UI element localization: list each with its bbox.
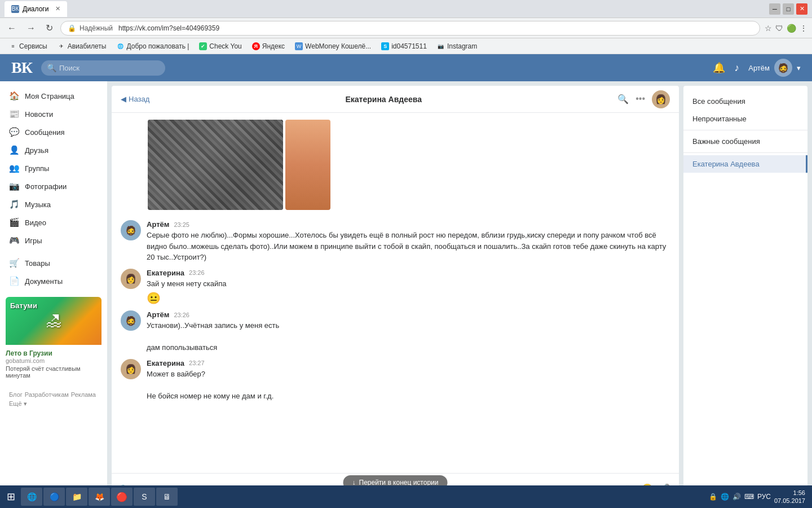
bookmark-favicon: S: [381, 42, 389, 50]
bookmark-favicon: W: [295, 42, 303, 50]
bookmark-yandex[interactable]: Я Яндекс: [248, 41, 289, 51]
sidebar-item-my-page[interactable]: 🏠 Моя Страница: [0, 87, 107, 105]
taskbar-app-chrome[interactable]: 🔴: [111, 488, 133, 506]
chat-area: ◀ Назад Екатерина Авдеева 🔍 ••• 👩: [112, 86, 679, 503]
sidebar-item-photos[interactable]: 📷 Фотографии: [0, 177, 107, 195]
extension-icon: 🟢: [787, 24, 796, 33]
reload-button[interactable]: ↻: [43, 21, 56, 34]
sidebar-item-games[interactable]: 🎮 Игры: [0, 231, 107, 249]
sidebar-item-documents[interactable]: 📄 Документы: [0, 272, 107, 290]
sidebar-ad[interactable]: 🏖 Батуми Лето в Грузии gobatumi.com Поте…: [6, 297, 102, 381]
taskbar-app-edge[interactable]: 🔵: [43, 488, 65, 506]
search-input[interactable]: [41, 60, 165, 76]
sidebar-item-news[interactable]: 📰 Новости: [0, 105, 107, 123]
address-box[interactable]: 🔒 Надёжный https://vk.com/im?sel=4049693…: [60, 21, 760, 36]
maximize-button[interactable]: □: [783, 3, 794, 15]
taskbar-app-skype[interactable]: S: [134, 488, 155, 506]
right-panel-unread[interactable]: Непрочитанные: [683, 110, 807, 128]
close-button[interactable]: ✕: [796, 3, 807, 15]
friends-icon: 👤: [9, 145, 19, 155]
right-panel-ekaterina[interactable]: Екатерина Авдеева: [683, 155, 807, 173]
message-sender: Артём 23:25: [147, 220, 670, 229]
tab-close-button[interactable]: ✕: [55, 5, 60, 12]
bookmark-favicon: ✈: [58, 42, 65, 50]
avatar: 🧔: [774, 59, 792, 77]
sidebar-ad-desc: Потеряй счёт счастливым минутам: [6, 365, 102, 379]
more-options-icon[interactable]: •••: [636, 94, 645, 104]
bookmark-checkyou[interactable]: ✔ Check You: [195, 41, 246, 51]
message-time: 23:26: [189, 269, 205, 276]
menu-dots-icon[interactable]: ⋮: [800, 24, 807, 33]
taskbar-app-explorer[interactable]: 📁: [66, 488, 87, 506]
sidebar-ad-title: Лето в Грузии: [6, 349, 102, 357]
bookmark-webmoney[interactable]: W WebMoney Кошелё...: [290, 41, 376, 51]
tab-title: Диалоги: [23, 5, 48, 13]
taskbar-app-firefox[interactable]: 🦊: [89, 488, 110, 506]
minimize-button[interactable]: ─: [769, 3, 780, 15]
bookmark-welcome[interactable]: 🌐 Добро пожаловать |: [112, 41, 193, 51]
username-label: Артём: [748, 64, 770, 72]
footer-blog-link[interactable]: Блог: [9, 391, 23, 398]
message-row: 🧔 Артём 23:26 Установи)..Учётная запись …: [121, 310, 670, 353]
message-text: Серые фото не люблю)...Формы хорошие...Х…: [147, 230, 670, 263]
search-chat-icon[interactable]: 🔍: [617, 94, 629, 104]
search-icon: 🔍: [47, 63, 56, 72]
taskbar-app-ie[interactable]: 🌐: [21, 488, 42, 506]
right-panel-important[interactable]: Важные сообщения: [683, 133, 807, 150]
url-display: https://vk.com/im?sel=404969359: [118, 24, 753, 32]
vk-header-user[interactable]: Артём 🧔 ▾: [748, 59, 801, 77]
documents-icon: 📄: [9, 276, 19, 286]
message-content: Екатерина 23:26 Зай у меня нету скайпа 😐: [147, 269, 670, 305]
start-button[interactable]: ⊞: [2, 488, 20, 505]
message-content: Екатерина 23:27 Может в вайбер?Не бойся …: [147, 359, 670, 402]
bookmark-instagram[interactable]: 📷 Instagram: [433, 41, 482, 51]
message-text: Установи)..Учётная запись у меня естьдам…: [147, 320, 670, 353]
search-wrapper: 🔍: [41, 60, 165, 76]
tray-sound-icon: 🔊: [732, 493, 741, 501]
sender-name: Екатерина: [147, 359, 184, 367]
taskbar-app-monitor[interactable]: 🖥: [156, 488, 178, 506]
artem-avatar: 🧔: [121, 220, 141, 240]
footer-more-link[interactable]: Ещё ▾: [9, 400, 27, 408]
bookmark-servisy[interactable]: ≡ Сервисы: [5, 41, 52, 51]
bookmark-id04571511[interactable]: S id04571511: [377, 41, 431, 51]
message-content: Артём 23:25 Серые фото не люблю)...Формы…: [147, 220, 670, 263]
notification-icon[interactable]: 🔔: [713, 62, 725, 74]
forward-button[interactable]: →: [24, 22, 38, 34]
chat-messages: 🧔 Артём 23:25 Серые фото не люблю)...Фор…: [112, 113, 679, 473]
bookmark-star-icon[interactable]: ☆: [765, 24, 772, 33]
vk-logo[interactable]: ВК: [11, 59, 32, 77]
sidebar-item-groups[interactable]: 👥 Группы: [0, 159, 107, 177]
chat-images: [121, 120, 670, 210]
back-button[interactable]: ←: [5, 22, 19, 34]
bookmarks-bar: ≡ Сервисы ✈ Авиабилеты 🌐 Добро пожаловат…: [0, 38, 812, 54]
chat-image-color[interactable]: [285, 120, 330, 210]
sidebar-item-music[interactable]: 🎵 Музыка: [0, 195, 107, 213]
sidebar-item-market[interactable]: 🛒 Товары: [0, 254, 107, 272]
user-dropdown-icon[interactable]: ▾: [797, 64, 801, 72]
bookmark-favicon: ≡: [9, 42, 17, 50]
music-icon[interactable]: ♪: [734, 62, 739, 74]
photos-icon: 📷: [9, 181, 19, 191]
browser-tab[interactable]: ВК Диалоги ✕: [5, 1, 67, 17]
sidebar-item-video[interactable]: 🎬 Видео: [0, 213, 107, 231]
vk-main: 🏠 Моя Страница 📰 Новости 💬 Сообщения 👤 Д…: [0, 81, 812, 508]
message-sender: Екатерина 23:26: [147, 269, 670, 277]
back-button[interactable]: ◀ Назад: [121, 95, 149, 103]
footer-ads-link[interactable]: Реклама: [71, 391, 96, 398]
chat-title: Екатерина Авдеева: [156, 95, 611, 104]
sidebar-item-friends[interactable]: 👤 Друзья: [0, 141, 107, 159]
tray-keyboard-icon: ⌨: [744, 493, 754, 501]
message-time: 23:25: [174, 221, 189, 228]
address-bar: ← → ↻ 🔒 Надёжный https://vk.com/im?sel=4…: [0, 18, 812, 38]
video-icon: 🎬: [9, 217, 19, 227]
sidebar-item-messages[interactable]: 💬 Сообщения: [0, 123, 107, 141]
right-panel-all-messages[interactable]: Все сообщения: [683, 93, 807, 110]
bookmark-aviatickets[interactable]: ✈ Авиабилеты: [53, 41, 111, 51]
chat-image-bw[interactable]: [148, 120, 283, 210]
language-label: РУС: [757, 493, 771, 501]
address-bar-actions: ☆ 🛡 🟢 ⋮: [765, 24, 807, 33]
chrome-icon: 🔴: [117, 492, 127, 502]
footer-developers-link[interactable]: Разработчикам: [25, 391, 69, 398]
message-time: 23:26: [174, 312, 189, 318]
